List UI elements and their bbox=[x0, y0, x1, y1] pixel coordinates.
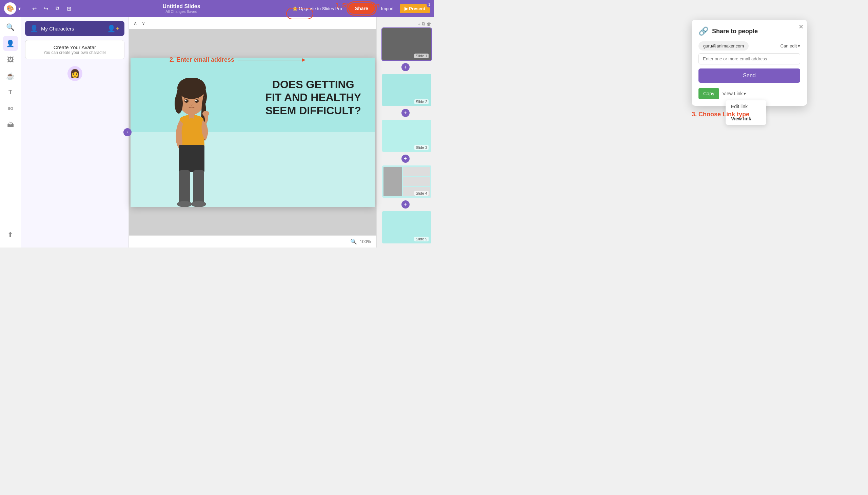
slide-3-label: Slide 3 bbox=[414, 145, 429, 150]
avatar-thumbnail[interactable]: 👩 bbox=[67, 66, 82, 81]
slide-4-container: Slide 4 bbox=[377, 164, 434, 199]
add-slide-after-4[interactable]: + bbox=[402, 200, 410, 208]
slide-4-label: Slide 4 bbox=[414, 191, 429, 195]
slide-title: Untitled Slides bbox=[78, 3, 285, 10]
character-figure bbox=[158, 78, 225, 207]
layout-button[interactable]: ⊞ bbox=[64, 3, 74, 14]
undo-button[interactable]: ↩ bbox=[29, 3, 39, 14]
canvas-nav: ∧ ∨ bbox=[132, 20, 147, 27]
step2-label: 2. Enter email address bbox=[170, 56, 234, 63]
canvas-area: ∧ ∨ ‹ 2. Enter email address DOES GETTIN… bbox=[129, 17, 376, 248]
my-characters-label: My Characters bbox=[41, 26, 74, 32]
undo-redo-group: ↩ ↪ ⧉ ⊞ bbox=[29, 3, 74, 14]
sidebar-upload-icon[interactable]: ⬆ bbox=[3, 227, 18, 242]
topbar: 🎨 ▾ ↩ ↪ ⧉ ⊞ Untitled Slides All Changes … bbox=[0, 0, 434, 17]
slide-headline-3: SEEM DIFFICULT? bbox=[265, 104, 361, 117]
nav-down-button[interactable]: ∨ bbox=[140, 20, 147, 27]
add-slide-3-area: + bbox=[377, 153, 434, 164]
svg-point-18 bbox=[202, 111, 209, 116]
zoom-level: 100% bbox=[360, 239, 371, 244]
slide-thumb-1[interactable]: Slide 1 bbox=[382, 28, 431, 61]
slide-headline-area: DOES GETTING FIT AND HEALTHY SEEM DIFFIC… bbox=[265, 78, 361, 117]
logo-area[interactable]: 🎨 ▾ bbox=[4, 2, 21, 15]
app-logo: 🎨 bbox=[4, 2, 16, 15]
slide-thumb-3[interactable]: Slide 3 bbox=[382, 120, 431, 152]
svg-point-3 bbox=[175, 93, 183, 114]
zoom-bar: 🔍 100% bbox=[129, 235, 376, 248]
slide-canvas: ‹ 2. Enter email address DOES GETTING FI… bbox=[129, 29, 376, 235]
copy-button[interactable]: ⧉ bbox=[52, 3, 62, 14]
step1-annotation: 1. Share button bbox=[335, 2, 380, 9]
slide-subtitle: All Changes Saved bbox=[78, 10, 285, 14]
add-slide-after-1[interactable]: + bbox=[402, 63, 410, 71]
slide-1-duplicate[interactable]: ⧉ bbox=[422, 21, 425, 27]
svg-point-6 bbox=[185, 99, 188, 103]
add-slide-4-area: + bbox=[377, 199, 434, 210]
add-character-icon: 👤+ bbox=[107, 24, 120, 33]
redo-button[interactable]: ↪ bbox=[41, 3, 51, 14]
svg-rect-12 bbox=[194, 115, 197, 120]
sidebar-search-icon[interactable]: 🔍 bbox=[3, 20, 18, 35]
slide-1-container: + ⧉ 🗑 Slide 1 bbox=[377, 20, 434, 62]
add-slide-after-3[interactable]: + bbox=[402, 155, 410, 163]
sidebar-icons: 🔍 👤 🖼 ☕ T BG 🏔 ⬆ bbox=[0, 17, 21, 248]
slide-headline-2: FIT AND HEALTHY bbox=[265, 91, 361, 104]
add-slide-2-area: + bbox=[377, 107, 434, 118]
slide-2-container: Slide 2 bbox=[377, 72, 434, 107]
topbar-divider bbox=[25, 3, 25, 14]
add-slide-after-2[interactable]: + bbox=[402, 109, 410, 117]
svg-point-9 bbox=[195, 100, 197, 101]
present-button[interactable]: ▶ Present bbox=[400, 4, 430, 13]
sidebar-characters-icon[interactable]: 👤 bbox=[3, 36, 18, 51]
slide-content: DOES GETTING FIT AND HEALTHY SEEM DIFFIC… bbox=[131, 58, 375, 207]
notification-badge: 1 bbox=[427, 2, 432, 7]
slide-thumb-5[interactable]: Slide 5 bbox=[382, 211, 431, 243]
svg-rect-14 bbox=[179, 170, 190, 204]
slide-1-actions: + ⧉ 🗑 bbox=[382, 21, 431, 27]
sidebar-objects-icon[interactable]: ☕ bbox=[3, 68, 18, 83]
canvas-toolbar: ∧ ∨ bbox=[129, 17, 376, 29]
my-characters-button[interactable]: 👤 My Characters 👤+ bbox=[25, 21, 124, 36]
slide-thumb-2[interactable]: Slide 2 bbox=[382, 74, 431, 106]
characters-panel: 👤 My Characters 👤+ Create Your Avatar Yo… bbox=[21, 17, 129, 248]
slide-headline-1: DOES GETTING bbox=[265, 78, 361, 91]
sidebar-text-icon[interactable]: T bbox=[3, 85, 18, 100]
sidebar-scenes-icon[interactable]: 🖼 bbox=[3, 52, 18, 67]
svg-point-2 bbox=[177, 78, 206, 99]
create-avatar-button[interactable]: Create Your Avatar You can create your o… bbox=[25, 40, 124, 59]
sidebar-media-icon[interactable]: 🏔 bbox=[3, 117, 18, 132]
create-avatar-title: Create Your Avatar bbox=[30, 45, 120, 50]
slide-5-label: Slide 5 bbox=[414, 237, 429, 241]
slide-1-add-before[interactable]: + bbox=[418, 21, 421, 27]
slide-thumb-4[interactable]: Slide 4 bbox=[382, 166, 431, 198]
panel-avatar-area: 👩 bbox=[25, 66, 124, 81]
main-layout: 🔍 👤 🖼 ☕ T BG 🏔 ⬆ 👤 My Characters 👤+ Crea… bbox=[0, 17, 434, 248]
nav-up-button[interactable]: ∧ bbox=[132, 20, 139, 27]
collapse-panel-button[interactable]: ‹ bbox=[123, 128, 132, 136]
slide-1-label: Slide 1 bbox=[414, 54, 429, 58]
title-area: Untitled Slides All Changes Saved bbox=[78, 3, 285, 14]
create-avatar-subtitle: You can create your own character bbox=[30, 50, 120, 55]
character-icon-left: 👤 bbox=[30, 24, 38, 33]
upgrade-label: ⭐ Upgrade to Slides Pro bbox=[292, 6, 342, 11]
svg-rect-13 bbox=[179, 145, 204, 172]
svg-point-7 bbox=[194, 99, 199, 103]
logo-dropdown[interactable]: ▾ bbox=[18, 6, 21, 11]
import-button[interactable]: Import bbox=[378, 4, 397, 13]
slide-5-container: Slide 5 bbox=[377, 210, 434, 245]
step2-annotation: 2. Enter email address bbox=[170, 56, 306, 63]
add-slide-1-area: + bbox=[377, 62, 434, 72]
sidebar-bg-icon[interactable]: BG bbox=[3, 101, 18, 116]
character-svg bbox=[165, 78, 219, 207]
svg-rect-15 bbox=[193, 170, 204, 204]
slides-panel: + ⧉ 🗑 Slide 1 + Slide 2 + Slide 3 bbox=[376, 17, 434, 248]
slide-3-container: Slide 3 bbox=[377, 118, 434, 153]
svg-point-8 bbox=[185, 100, 186, 101]
zoom-icon: 🔍 bbox=[350, 238, 357, 245]
step2-arrow bbox=[238, 60, 306, 61]
svg-rect-11 bbox=[186, 115, 189, 120]
slide-2-label: Slide 2 bbox=[414, 99, 429, 104]
slide-1-delete[interactable]: 🗑 bbox=[427, 21, 431, 27]
